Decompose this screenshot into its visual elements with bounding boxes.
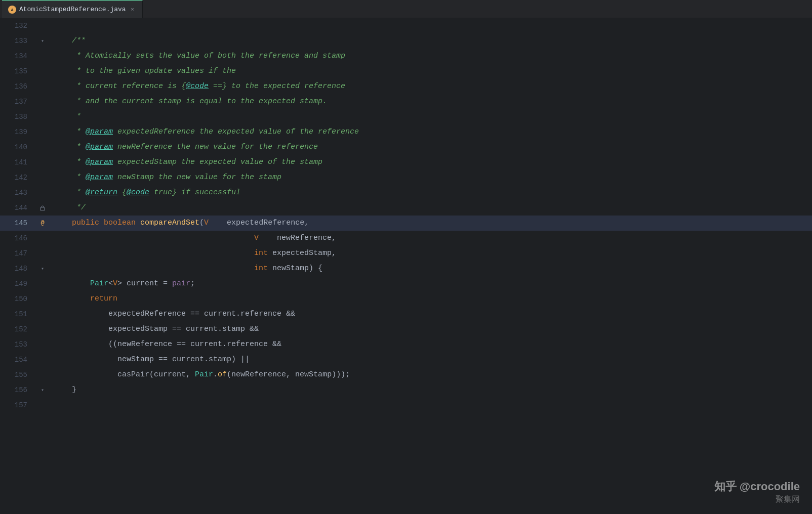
- line-gutter: [35, 140, 50, 155]
- file-icon: A: [8, 6, 16, 14]
- line-gutter: [35, 200, 50, 216]
- line-gutter: [35, 367, 50, 382]
- code-content: * @param expectedReference the expected …: [50, 124, 812, 140]
- tab-bar: A AtomicStampedReference.java ×: [0, 0, 812, 18]
- table-row: 137 * and the current stamp is equal to …: [0, 94, 812, 109]
- line-number: 139: [0, 124, 35, 140]
- code-content: int newStamp) {: [50, 261, 812, 276]
- code-content: * to the given update values if the: [50, 64, 812, 79]
- line-number: 136: [0, 79, 35, 94]
- table-row: 134 * Atomically sets the value of both …: [0, 49, 812, 64]
- line-gutter: [35, 291, 50, 307]
- table-row: 154 newStamp == current.stamp) ||: [0, 352, 812, 367]
- line-number: 138: [0, 109, 35, 124]
- line-number: 147: [0, 246, 35, 261]
- fold-icon[interactable]: ▾: [39, 387, 46, 394]
- code-content: * @param newStamp the new value for the …: [50, 170, 812, 185]
- line-number: 148: [0, 261, 35, 276]
- line-number: 143: [0, 185, 35, 200]
- code-content: casPair(current, Pair.of(newReference, n…: [50, 367, 812, 382]
- line-gutter: [35, 18, 50, 33]
- file-tab[interactable]: A AtomicStampedReference.java ×: [2, 0, 143, 18]
- line-number: 151: [0, 307, 35, 322]
- line-gutter: [35, 337, 50, 352]
- svg-rect-2: [40, 207, 45, 210]
- override-icon: @: [39, 220, 46, 227]
- line-gutter: [35, 155, 50, 170]
- line-number: 142: [0, 170, 35, 185]
- line-number: 154: [0, 352, 35, 367]
- code-content: [50, 18, 812, 33]
- table-row: 143 * @return {@code true} if successful: [0, 185, 812, 200]
- line-gutter: [35, 322, 50, 337]
- code-content: /**: [50, 33, 812, 49]
- code-content: expectedReference == current.reference &…: [50, 307, 812, 322]
- line-number: 155: [0, 367, 35, 382]
- line-gutter: [35, 307, 50, 322]
- line-gutter: [35, 109, 50, 124]
- code-editor: 132 133 ▾ /** 134 * Atomically sets the …: [0, 18, 812, 514]
- line-gutter: [35, 170, 50, 185]
- line-gutter: [35, 276, 50, 291]
- svg-text:A: A: [11, 8, 13, 12]
- lock-icon: [39, 204, 46, 211]
- table-row: 144 */: [0, 200, 812, 216]
- line-number: 137: [0, 94, 35, 109]
- table-row: 155 casPair(current, Pair.of(newReferenc…: [0, 367, 812, 382]
- table-row: 148 ▾ int newStamp) {: [0, 261, 812, 276]
- tab-filename: AtomicStampedReference.java: [19, 6, 126, 13]
- code-content: newStamp == current.stamp) ||: [50, 352, 812, 367]
- line-gutter: ▾: [35, 33, 50, 49]
- line-number: 144: [0, 200, 35, 216]
- code-content: * current reference is {@code ==} to the…: [50, 79, 812, 94]
- table-row: 152 expectedStamp == current.stamp &&: [0, 322, 812, 337]
- line-gutter: [35, 79, 50, 94]
- code-content: */: [50, 200, 812, 216]
- line-number: 152: [0, 322, 35, 337]
- code-content: [50, 398, 812, 413]
- line-number: 149: [0, 276, 35, 291]
- line-number: 134: [0, 49, 35, 64]
- table-row: 141 * @param expectedStamp the expected …: [0, 155, 812, 170]
- table-row: 145 @ public boolean compareAndSet(V exp…: [0, 216, 812, 231]
- fold-icon[interactable]: ▾: [39, 265, 46, 272]
- code-content: * @param expectedStamp the expected valu…: [50, 155, 812, 170]
- code-content: * @return {@code true} if successful: [50, 185, 812, 200]
- line-gutter: [35, 352, 50, 367]
- table-row: 146 V newReference,: [0, 231, 812, 246]
- table-row: 142 * @param newStamp the new value for …: [0, 170, 812, 185]
- fold-icon[interactable]: ▾: [39, 37, 46, 45]
- code-content: Pair<V> current = pair;: [50, 276, 812, 291]
- table-row: 151 expectedReference == current.referen…: [0, 307, 812, 322]
- line-gutter: ▾: [35, 382, 50, 398]
- code-content: * and the current stamp is equal to the …: [50, 94, 812, 109]
- line-gutter: [35, 49, 50, 64]
- line-number: 141: [0, 155, 35, 170]
- line-number: 146: [0, 231, 35, 246]
- code-content: * @param newReference the new value for …: [50, 140, 812, 155]
- line-gutter: [35, 94, 50, 109]
- table-row: 150 return: [0, 291, 812, 307]
- line-gutter: [35, 398, 50, 413]
- table-row: 139 * @param expectedReference the expec…: [0, 124, 812, 140]
- code-content: V newReference,: [50, 231, 812, 246]
- code-content: public boolean compareAndSet(V expectedR…: [50, 216, 812, 231]
- line-gutter: [35, 185, 50, 200]
- line-number: 150: [0, 291, 35, 307]
- line-number: 135: [0, 64, 35, 79]
- table-row: 157: [0, 398, 812, 413]
- table-row: 132: [0, 18, 812, 33]
- table-row: 135 * to the given update values if the: [0, 64, 812, 79]
- code-content: ((newReference == current.reference &&: [50, 337, 812, 352]
- line-number: 157: [0, 398, 35, 413]
- line-gutter: @: [35, 216, 50, 231]
- tab-close-button[interactable]: ×: [129, 6, 136, 13]
- table-row: 156 ▾ }: [0, 382, 812, 398]
- table-row: 136 * current reference is {@code ==} to…: [0, 79, 812, 94]
- table-row: 133 ▾ /**: [0, 33, 812, 49]
- line-number: 153: [0, 337, 35, 352]
- table-row: 149 Pair<V> current = pair;: [0, 276, 812, 291]
- table-row: 153 ((newReference == current.reference …: [0, 337, 812, 352]
- line-gutter: [35, 124, 50, 140]
- table-row: 138 *: [0, 109, 812, 124]
